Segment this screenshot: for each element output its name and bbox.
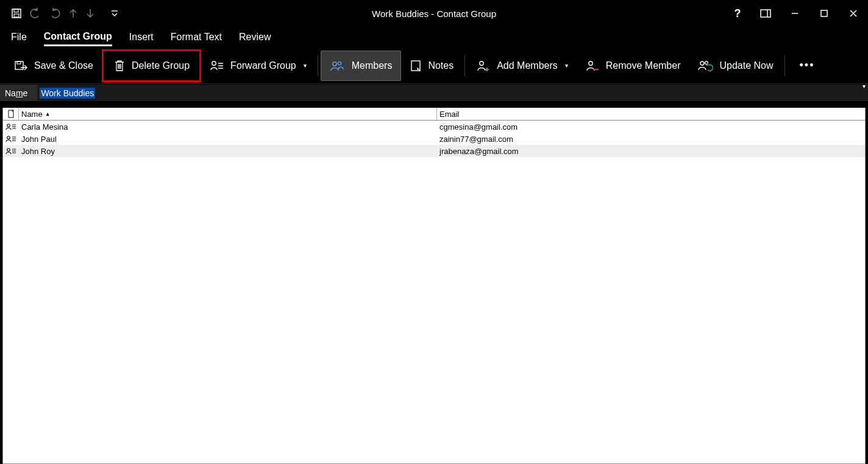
svg-point-11	[480, 61, 483, 65]
table-row[interactable]: John Roy jrabenaza@gmail.com	[3, 145, 865, 157]
close-button[interactable]	[839, 1, 868, 26]
arrow-up-icon[interactable]	[68, 8, 78, 19]
tab-review[interactable]: Review	[239, 29, 271, 45]
svg-rect-4	[821, 10, 827, 16]
save-close-label: Save & Close	[34, 60, 93, 71]
undo-icon[interactable]	[29, 8, 41, 19]
svg-point-17	[7, 149, 10, 152]
svg-point-16	[7, 136, 10, 139]
ribbon-tabs: File Contact Group Insert Format Text Re…	[0, 27, 868, 47]
chevron-down-icon: ▾	[304, 62, 307, 69]
delete-group-label: Delete Group	[132, 60, 190, 71]
svg-rect-3	[761, 10, 770, 17]
contact-icon	[3, 135, 19, 143]
quick-access-toolbar	[11, 8, 118, 19]
cell-email: cgmesina@gmail.com	[437, 122, 865, 132]
forward-group-label: Forward Group	[230, 60, 296, 71]
chevron-down-icon: ▾	[565, 62, 568, 69]
svg-rect-6	[17, 62, 21, 64]
notes-icon	[410, 60, 422, 72]
remove-member-button[interactable]: Remove Member	[577, 51, 689, 81]
tab-contact-group[interactable]: Contact Group	[44, 29, 112, 46]
separator	[784, 55, 785, 76]
svg-rect-5	[15, 62, 23, 69]
contact-icon	[3, 147, 19, 155]
column-header-email[interactable]: Email	[437, 108, 865, 120]
delete-group-button[interactable]: Delete Group	[110, 51, 193, 81]
minimize-button[interactable]	[780, 1, 809, 26]
ribbon-options-button[interactable]	[751, 1, 780, 26]
separator	[464, 55, 465, 76]
save-close-icon	[15, 59, 28, 72]
save-close-button[interactable]: Save & Close	[6, 51, 102, 81]
remove-member-label: Remove Member	[606, 60, 681, 71]
members-icon	[330, 60, 346, 72]
members-grid: Name ▲ Email Carla Mesina cgmesina@gmail…	[2, 108, 866, 464]
name-bar: Name Work Buddies	[0, 84, 868, 101]
forward-group-icon	[210, 60, 224, 72]
remove-member-icon	[585, 59, 600, 72]
collapse-ribbon-icon[interactable]: ▾	[863, 83, 866, 90]
redo-icon[interactable]	[49, 8, 61, 19]
cell-name: Carla Mesina	[19, 122, 437, 132]
column-header-name[interactable]: Name ▲	[19, 108, 437, 120]
notes-label: Notes	[428, 60, 454, 71]
ribbon: Save & Close Delete Group Forward Group …	[0, 47, 868, 84]
table-row[interactable]: Carla Mesina cgmesina@gmail.com	[3, 121, 865, 133]
update-now-icon	[697, 59, 713, 72]
tab-insert[interactable]: Insert	[129, 29, 154, 45]
delete-group-highlight: Delete Group	[102, 49, 201, 82]
save-icon[interactable]	[11, 8, 22, 19]
svg-point-15	[7, 124, 10, 127]
cell-email: jrabenaza@gmail.com	[437, 147, 865, 156]
add-members-icon	[476, 59, 491, 72]
svg-point-13	[700, 62, 704, 65]
attachment-column-icon[interactable]	[3, 108, 19, 120]
maximize-button[interactable]	[809, 1, 839, 26]
separator	[318, 55, 318, 76]
notes-button[interactable]: Notes	[401, 51, 462, 81]
add-members-label: Add Members	[497, 60, 558, 71]
contact-icon	[3, 122, 19, 131]
svg-rect-0	[12, 9, 21, 18]
update-now-button[interactable]: Update Now	[689, 51, 781, 81]
name-label: Name	[0, 88, 37, 98]
cell-name: John Roy	[19, 147, 437, 156]
svg-point-7	[212, 61, 216, 65]
tab-format-text[interactable]: Format Text	[171, 29, 222, 45]
tab-file[interactable]: File	[11, 29, 27, 45]
add-members-button[interactable]: Add Members ▾	[468, 51, 577, 81]
svg-point-12	[589, 61, 592, 65]
title-bar: Work Buddies - Contact Group ?	[0, 0, 868, 27]
help-button[interactable]: ?	[724, 1, 751, 26]
sort-asc-icon: ▲	[45, 111, 51, 117]
grid-header: Name ▲ Email	[3, 108, 865, 121]
update-now-label: Update Now	[719, 60, 773, 71]
name-input[interactable]: Work Buddies	[37, 85, 868, 101]
table-row[interactable]: John Paul zainin77@gmail.com	[3, 133, 865, 145]
cell-email: zainin77@gmail.com	[437, 135, 865, 144]
qat-customize-icon[interactable]	[111, 10, 118, 17]
forward-group-button[interactable]: Forward Group ▾	[201, 51, 315, 81]
trash-icon	[113, 59, 126, 72]
svg-point-8	[333, 62, 336, 65]
members-label: Members	[352, 60, 393, 71]
members-button[interactable]: Members	[321, 51, 402, 81]
name-input-value: Work Buddies	[40, 88, 95, 99]
arrow-down-icon[interactable]	[85, 8, 95, 19]
svg-rect-2	[14, 14, 19, 17]
cell-name: John Paul	[19, 135, 437, 144]
more-commands-button[interactable]: •••	[788, 59, 827, 72]
svg-point-9	[338, 62, 341, 65]
